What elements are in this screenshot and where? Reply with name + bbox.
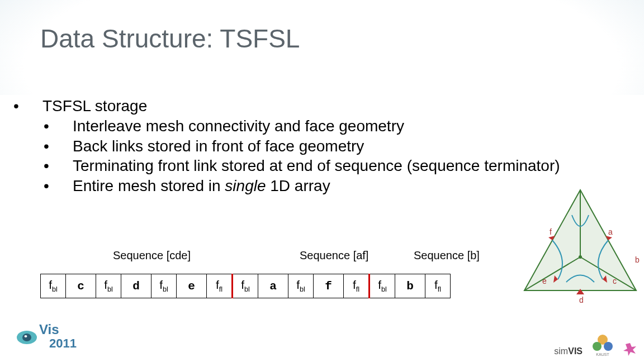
slide-title: Data Structure: TSFSL [40,23,300,54]
vis-text: Vis [39,322,59,337]
bullet-l2-0-text: Interleave mesh connectivity and face ge… [73,117,404,135]
seq-label-b: Sequence [b] [414,249,480,262]
svg-point-12 [25,335,27,337]
face-cell-e: e [177,274,207,298]
tri-label-f: f [550,227,552,236]
bullet-l2-3-text: Entire mesh stored in single 1D array [73,177,330,194]
year-text: 2011 [49,336,77,350]
bullet-l1-text: TSFSL storage [42,97,147,115]
ffl-cell: ffl [207,274,233,298]
face-cell-d: d [121,274,151,298]
face-cell-b: b [395,274,425,298]
bullet-l2-2: •Terminating front link stored at end of… [28,156,598,176]
bullet-l1: •TSFSL storage [28,96,598,116]
fbl-cell: fbl [370,274,395,298]
vis2011-logo: Vis 2011 [15,321,104,354]
fbl-cell: fbl [41,274,66,298]
svg-point-14 [593,342,602,351]
ffl-cell: ffl [344,274,370,298]
bullet-list: •TSFSL storage •Interleave mesh connecti… [28,96,598,196]
tri-label-e: e [542,277,547,285]
fbl-cell: fbl [151,274,177,298]
ffl-cell: ffl [425,274,451,298]
face-cell-c: c [66,274,96,298]
fbl-cell: fbl [233,274,258,298]
bullet-l2-1: •Back links stored in front of face geom… [28,136,598,156]
pink-splat-icon [623,342,637,356]
triangle-diagram: a b c d e f [519,184,642,307]
face-cell-a: a [258,274,288,298]
tri-label-c: c [613,277,617,285]
seq-label-cde: Sequence [cde] [113,249,191,262]
svg-point-15 [604,342,613,351]
fbl-cell: fbl [96,274,121,298]
svg-text:KAUST: KAUST [596,353,609,356]
face-cell-f: f [314,274,344,298]
bullet-l2-2-text: Terminating front link stored at end of … [73,157,560,174]
fbl-cell: fbl [288,274,314,298]
svg-point-9 [579,255,582,259]
svg-point-11 [22,334,31,341]
tri-label-b: b [635,255,640,264]
sequence-table: fblcfbldfblefflfblafblffflfblbffl [40,274,451,298]
bullet-l2-3: •Entire mesh stored in single 1D array [28,176,598,196]
seq-label-af: Sequence [af] [300,249,368,262]
simvis-logo: simVIS [554,346,583,356]
footer-logos: simVIS KAUST [542,328,637,356]
tri-label-d: d [579,296,584,304]
tri-label-a: a [608,227,613,236]
kaust-logo: KAUST [589,330,616,356]
bullet-l2-0: •Interleave mesh connectivity and face g… [28,116,598,136]
bullet-l2-1-text: Back links stored in front of face geome… [73,137,364,155]
